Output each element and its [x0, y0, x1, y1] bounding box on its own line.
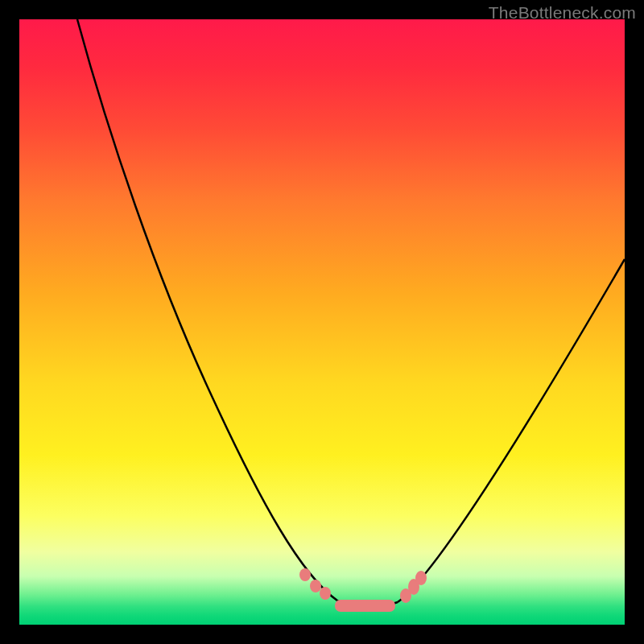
chart-frame: TheBottleneck.com: [0, 0, 644, 644]
marker-group: [299, 568, 427, 612]
marker: [320, 587, 331, 600]
chart-svg: [19, 19, 625, 625]
curve-left: [77, 19, 337, 601]
watermark-text: TheBottleneck.com: [489, 3, 636, 23]
marker-pill: [335, 600, 395, 612]
marker: [310, 580, 321, 592]
marker: [415, 571, 427, 585]
marker: [299, 568, 311, 581]
curve-right: [398, 259, 625, 602]
plot-area: [19, 19, 625, 625]
